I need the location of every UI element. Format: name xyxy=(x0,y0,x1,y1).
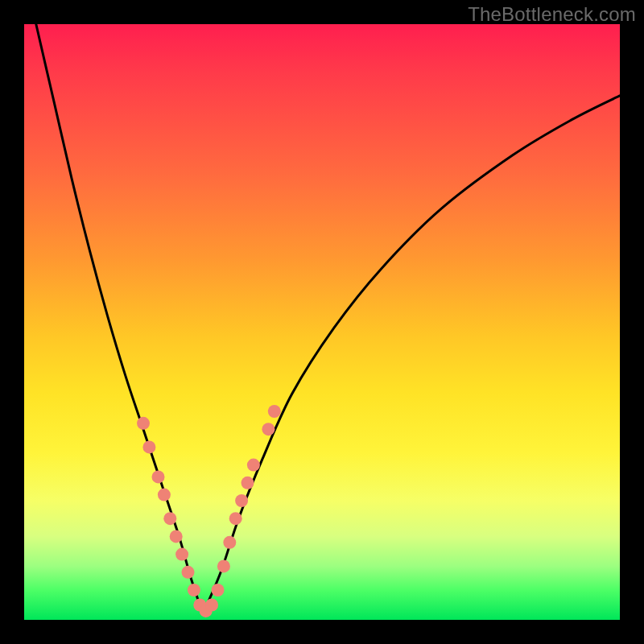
data-dot xyxy=(205,599,218,612)
data-dot xyxy=(137,417,150,430)
data-dot xyxy=(262,423,275,436)
left-curve xyxy=(36,24,203,614)
data-dot xyxy=(212,584,225,597)
right-curve xyxy=(203,96,620,614)
watermark-text: TheBottleneck.com xyxy=(468,3,636,26)
data-dot xyxy=(223,536,236,549)
dot-layer xyxy=(137,405,281,617)
data-dot xyxy=(242,477,254,489)
data-dot xyxy=(158,489,171,502)
curve-layer xyxy=(36,24,620,614)
data-dot xyxy=(217,559,230,572)
data-dot xyxy=(188,584,200,597)
data-dot xyxy=(229,512,242,525)
chart-frame: TheBottleneck.com xyxy=(0,0,644,644)
data-dot xyxy=(175,548,188,561)
data-dot xyxy=(268,405,281,418)
data-dot xyxy=(247,459,260,472)
plot-area xyxy=(24,24,620,620)
data-dot xyxy=(182,566,195,579)
data-dot xyxy=(235,494,248,507)
data-dot xyxy=(170,530,183,543)
data-dot xyxy=(142,440,155,453)
curves-svg xyxy=(24,24,620,620)
data-dot xyxy=(152,470,165,483)
data-dot xyxy=(163,512,176,525)
